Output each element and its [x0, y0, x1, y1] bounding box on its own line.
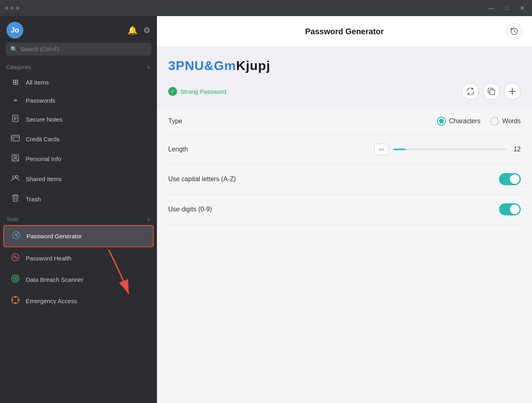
sidebar-item-secure-notes[interactable]: Secure Notes — [3, 110, 154, 129]
slider-arrows-button[interactable]: <> — [374, 144, 389, 155]
sidebar-item-trash[interactable]: Trash — [3, 189, 154, 209]
characters-radio[interactable] — [437, 117, 446, 126]
categories-chevron-icon[interactable]: ∨ — [147, 64, 151, 70]
dot-3 — [16, 6, 19, 10]
type-label: Type — [168, 118, 182, 125]
password-health-icon — [10, 253, 20, 264]
length-value: 12 — [511, 146, 521, 153]
add-button[interactable] — [504, 83, 521, 100]
digits-toggle[interactable] — [499, 203, 521, 215]
sidebar-item-passwords[interactable]: •• Passwords — [3, 92, 154, 109]
tools-label: Tools — [6, 217, 19, 222]
svg-point-22 — [12, 299, 13, 301]
sidebar-item-label: Secure Notes — [26, 116, 62, 123]
digits-row: Use digits (0-9) — [168, 194, 521, 225]
svg-point-17 — [14, 278, 16, 279]
shared-items-icon — [10, 174, 20, 184]
digits-label: Use digits (0-9) — [168, 206, 212, 213]
toggle-knob — [510, 205, 520, 214]
title-bar: — □ ✕ — [0, 0, 532, 16]
svg-point-20 — [14, 296, 16, 298]
svg-point-10 — [16, 176, 18, 178]
svg-point-8 — [14, 156, 16, 158]
search-icon: 🔍 — [10, 46, 17, 52]
secure-notes-icon — [10, 114, 20, 124]
search-bar[interactable]: 🔍 — [6, 43, 151, 56]
length-label: Length — [168, 146, 188, 153]
sidebar: Jo 🔔 ⚙ 🔍 Categories ∨ ⊞ All Items •• Pas… — [0, 16, 157, 403]
trash-icon — [10, 194, 20, 204]
svg-point-14 — [15, 234, 17, 236]
sidebar-item-emergency[interactable]: Emergency Access — [3, 291, 154, 311]
words-radio[interactable] — [490, 117, 499, 126]
strength-badge: ✓ Strong Password — [168, 87, 226, 96]
password-normal-chars: Kjupj — [236, 58, 270, 73]
sidebar-item-label: Emergency Access — [26, 298, 77, 304]
main-layout: Jo 🔔 ⚙ 🔍 Categories ∨ ⊞ All Items •• Pas… — [0, 16, 532, 403]
type-words-option[interactable]: Words — [490, 117, 521, 126]
svg-rect-25 — [490, 90, 495, 95]
refresh-button[interactable] — [462, 83, 479, 100]
notifications-button[interactable]: 🔔 — [128, 25, 138, 35]
close-button[interactable]: ✕ — [518, 4, 527, 12]
content-header: Password Generator — [157, 16, 532, 47]
capitals-row: Use capital letters (A-Z) — [168, 164, 521, 194]
words-label: Words — [502, 118, 521, 125]
capitals-toggle[interactable] — [499, 173, 521, 185]
emergency-icon — [10, 296, 20, 306]
tools-header: Tools ∨ — [0, 214, 157, 225]
svg-rect-5 — [11, 136, 19, 138]
sidebar-item-label: All Items — [26, 79, 49, 86]
password-generator-icon — [11, 231, 21, 242]
maximize-button[interactable]: □ — [503, 4, 511, 12]
sidebar-item-label: Shared Items — [26, 176, 62, 182]
title-bar-dots — [5, 6, 19, 10]
all-items-icon: ⊞ — [10, 78, 20, 87]
passwords-icon: •• — [10, 97, 20, 103]
type-radio-group: Characters Words — [437, 117, 521, 126]
sidebar-item-label: Trash — [26, 196, 41, 203]
slider-track[interactable] — [394, 149, 506, 150]
sidebar-item-data-breach[interactable]: Data Breach Scanner — [3, 269, 154, 290]
length-control: <> 12 — [188, 144, 521, 155]
sidebar-item-shared-items[interactable]: Shared Items — [3, 169, 154, 188]
type-characters-option[interactable]: Characters — [437, 117, 480, 126]
minimize-button[interactable]: — — [486, 4, 497, 12]
data-breach-icon — [10, 274, 20, 285]
sidebar-header: Jo 🔔 ⚙ — [0, 16, 157, 43]
personal-info-icon — [10, 154, 20, 164]
sidebar-header-icons: 🔔 ⚙ — [128, 25, 151, 35]
sidebar-item-credit-cards[interactable]: Credit Cards — [3, 130, 154, 148]
sidebar-item-label: Password Generator — [27, 233, 82, 240]
sidebar-item-password-health[interactable]: Password Health — [3, 248, 154, 269]
sidebar-item-personal-info[interactable]: Personal Info — [3, 149, 154, 169]
content-area: Password Generator 3PNU&GmKjupj ✓ Stro — [157, 16, 532, 403]
sidebar-item-label: Credit Cards — [26, 136, 60, 143]
password-special-chars: 3PNU&Gm — [168, 58, 236, 73]
credit-cards-icon — [10, 135, 20, 143]
generated-password: 3PNU&GmKjupj — [168, 58, 521, 73]
sidebar-item-label: Passwords — [26, 97, 55, 104]
history-button[interactable] — [506, 23, 522, 39]
dot-1 — [5, 6, 8, 10]
categories-header: Categories ∨ — [0, 62, 157, 72]
toggle-knob — [510, 174, 520, 184]
type-row: Type Characters Words — [168, 108, 521, 135]
svg-point-9 — [13, 176, 16, 179]
settings-button[interactable]: ⚙ — [143, 25, 151, 35]
svg-point-21 — [14, 302, 16, 304]
tools-chevron-icon[interactable]: ∨ — [147, 217, 151, 222]
avatar[interactable]: Jo — [6, 22, 23, 39]
sidebar-item-label: Personal Info — [26, 155, 61, 162]
capitals-label: Use capital letters (A-Z) — [168, 176, 236, 183]
characters-label: Characters — [449, 118, 480, 125]
password-actions — [462, 83, 521, 100]
sidebar-item-password-generator[interactable]: Password Generator — [3, 225, 154, 247]
sidebar-item-label: Password Health — [26, 255, 71, 262]
sidebar-item-all-items[interactable]: ⊞ All Items — [3, 73, 154, 91]
search-input[interactable] — [21, 46, 146, 52]
dot-2 — [10, 6, 14, 10]
svg-rect-4 — [11, 135, 19, 141]
copy-button[interactable] — [483, 83, 500, 100]
password-display: 3PNU&GmKjupj ✓ Strong Password — [157, 47, 532, 108]
